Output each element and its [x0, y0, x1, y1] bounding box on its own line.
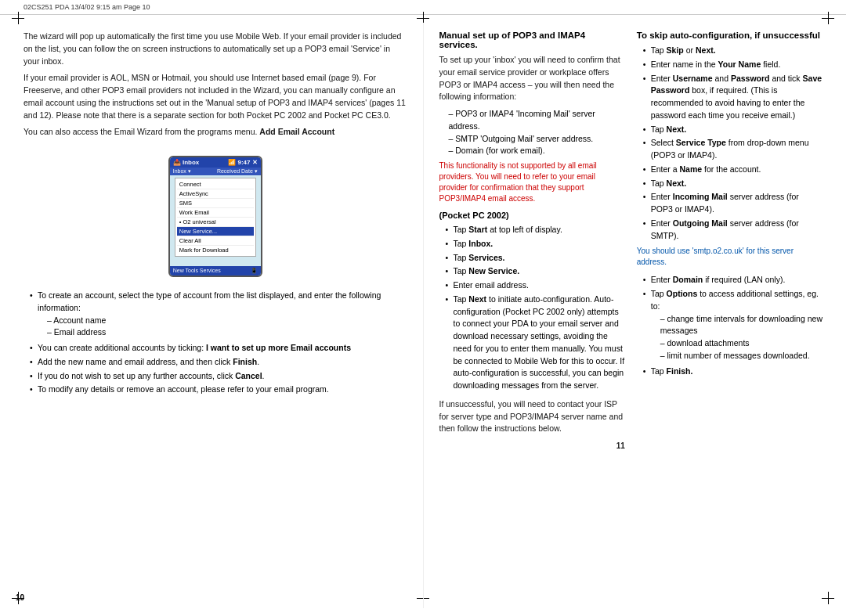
domain-label: Domain [673, 275, 703, 284]
skip-config-heading: To skip auto-configuration, if unsuccess… [637, 31, 822, 40]
col2-b7: Tap Next. [643, 178, 822, 190]
phone-title: 📥 Inbox [173, 159, 200, 166]
intro-para2: If your email provider is AOL, MSN or Ho… [24, 72, 407, 121]
col2-dash1: change time intervals for downloading ne… [660, 313, 822, 338]
col1-dash2: SMTP 'Outgoing Mail' server address. [449, 133, 625, 146]
intro-para1: The wizard will pop up automatically the… [24, 31, 407, 67]
right-page: Manual set up of POP3 and IMAP4 services… [424, 23, 847, 608]
bullet-item-5: To modify any details or remove an accou… [30, 384, 407, 396]
phone-menu-work-email: Work Email [177, 208, 254, 218]
phone-inbox-label: Inbox ▾ [173, 168, 191, 175]
reg-mark-top-right [822, 12, 834, 24]
col1-b6: Tap Next to initiate auto-configuration.… [446, 294, 625, 392]
cancel-label: Cancel [235, 371, 262, 380]
phone-menu-clear: Clear All [177, 236, 254, 246]
phone-menu: Connect ActiveSync SMS Work Email • O2 u… [175, 178, 256, 257]
intro-para3: You can also access the Email Wizard fro… [24, 126, 407, 139]
col1-unsuccessful: If unsuccessful, you will need to contac… [439, 398, 625, 435]
col1-bullet-list: Tap Start at top left of display. Tap In… [439, 224, 625, 392]
col1-b5: Enter email address. [446, 279, 625, 292]
col2-dash2: download attachments [660, 337, 822, 350]
col2-b12: Tap Finish. [643, 366, 822, 378]
phone-bottom-left: New Tools Services [173, 268, 221, 274]
phone-received-label: Received Date ▾ [217, 168, 258, 175]
col1-para1: To set up your 'inbox' you will need to … [439, 54, 625, 103]
your-name-label: Your Name [718, 59, 761, 69]
outgoing-label: Outgoing Mail [673, 218, 728, 228]
col2-b1: Tap Skip or Next. [643, 45, 822, 57]
col2-b6: Enter a Name for the account. [643, 164, 822, 176]
col2-b5: Select Service Type from drop-down menu … [643, 137, 822, 162]
service-type-label: Service Type [676, 138, 726, 147]
manual-setup-heading: Manual set up of POP3 and IMAP4 services… [439, 31, 625, 49]
next-skip: Next. [696, 45, 716, 55]
col2-b9: Enter Outgoing Mail server address (for … [643, 218, 822, 243]
name-label: Name [680, 164, 703, 174]
phone-menu-new-service: New Service... [177, 227, 254, 236]
dash-list-1: Account name Email address [38, 315, 407, 340]
finish-label-2: Finish. [667, 366, 693, 376]
reg-mark-bottom-right [822, 592, 834, 604]
col2-bullet-list-2: Enter Domain if required (LAN only). Tap… [637, 274, 822, 377]
password-label: Password [731, 74, 770, 83]
col2-b2: Enter name in the Your Name field. [643, 59, 822, 71]
col2-blue-text: You should use 'smtp.o2.co.uk' for this … [637, 246, 822, 268]
phone-menu-mark: Mark for Download [177, 246, 254, 254]
phone-signal: 📶 9:47 ✕ [228, 159, 257, 166]
skip-label: Skip [667, 45, 684, 55]
phone-menu-o2: • O2 universal [177, 218, 254, 227]
dash-account: Account name [47, 315, 407, 327]
col2-b4: Tap Next. [643, 124, 822, 136]
new-service-label: New Service. [468, 266, 519, 276]
col2-b3: Enter Username and Password and tick Sav… [643, 73, 822, 122]
start-label: Start [468, 225, 487, 234]
col2-dash3: limit number of messages downloaded. [660, 350, 822, 362]
phone-menu-activesync: ActiveSync [177, 189, 254, 199]
incoming-label: Incoming Mail [673, 192, 728, 201]
bullet-item-4: If you do not wish to set up any further… [30, 370, 407, 383]
page-container: 02CS251 PDA 13/4/02 9:15 am Page 10 The … [0, 0, 846, 616]
phone-title-bar: 📥 Inbox 📶 9:47 ✕ [170, 157, 261, 168]
bullet-item-3: Add the new name and email address, and … [30, 356, 407, 369]
col1-b1: Tap Start at top left of display. [446, 224, 625, 236]
col1-red-text: This functionality is not supported by a… [439, 160, 625, 204]
page-number-right: 11 [439, 440, 625, 452]
bullet-item-1: To create an account, select the type of… [30, 290, 407, 339]
i-want-label: I want to set up more Email accounts [206, 343, 351, 352]
col1-dash3: Domain (for work email). [449, 145, 625, 157]
add-email-label: Add Email Account [259, 127, 334, 136]
col2-dash-list: change time intervals for downloading ne… [651, 313, 822, 362]
phone-subbar: Inbox ▾ Received Date ▾ [170, 168, 261, 175]
bullet-item-2: You can create additional accounts by ti… [30, 342, 407, 355]
phone-bottom-icon: 📱 [251, 268, 258, 274]
phone-menu-connect: Connect [177, 180, 254, 189]
next-3: Next. [667, 178, 687, 188]
right-col-2: To skip auto-configuration, if unsuccess… [637, 31, 822, 600]
phone-menu-sms: SMS [177, 199, 254, 208]
main-content: The wizard will pop up automatically the… [0, 15, 846, 616]
next-label-1: Next [468, 294, 486, 304]
col2-b8: Enter Incoming Mail server address (for … [643, 191, 822, 216]
services-label: Services. [468, 253, 504, 262]
pocket-pc-heading: (Pocket PC 2002) [439, 211, 625, 220]
left-page: The wizard will pop up automatically the… [0, 23, 424, 608]
col1-b3: Tap Services. [446, 252, 625, 265]
col1-dash-list: POP3 or IMAP4 'Incoming Mail' server add… [439, 108, 625, 157]
right-col-1: Manual set up of POP3 and IMAP4 services… [439, 31, 625, 600]
col2-bullet-list: Tap Skip or Next. Enter name in the Your… [637, 45, 822, 242]
col2-b11: Tap Options to access additional setting… [643, 288, 822, 362]
inbox-label: Inbox. [468, 239, 493, 248]
col1-b2: Tap Inbox. [446, 238, 625, 250]
finish-label: Finish [233, 357, 257, 366]
col1-dash1: POP3 or IMAP4 'Incoming Mail' server add… [449, 108, 625, 133]
dash-email: Email address [47, 326, 407, 339]
header-text: 02CS251 PDA 13/4/02 9:15 am Page 10 [24, 3, 150, 11]
next-2: Next. [667, 124, 687, 134]
phone-bottom-bar: New Tools Services 📱 [170, 266, 261, 276]
bullet-list-left: To create an account, select the type of… [24, 290, 407, 398]
username-label: Username [673, 74, 713, 83]
col1-b4: Tap New Service. [446, 265, 625, 278]
phone-screenshot: 📥 Inbox 📶 9:47 ✕ Inbox ▾ Received Date ▾… [168, 156, 262, 277]
col2-b10: Enter Domain if required (LAN only). [643, 274, 822, 286]
options-label: Options [667, 289, 698, 298]
